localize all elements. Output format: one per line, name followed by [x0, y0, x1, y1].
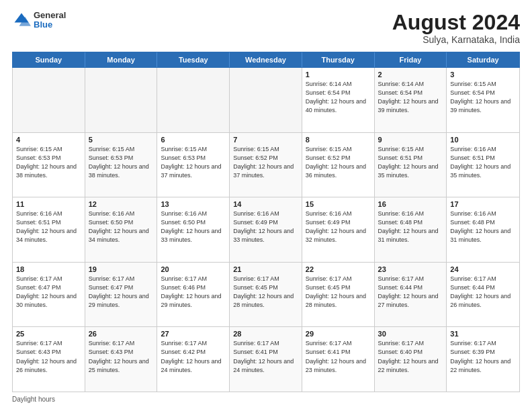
cal-cell-24: 24Sunrise: 6:17 AM Sunset: 6:44 PM Dayli…	[447, 263, 519, 327]
logo: General Blue	[12, 11, 66, 30]
cell-info: Sunrise: 6:16 AM Sunset: 6:48 PM Dayligh…	[378, 210, 443, 244]
cal-cell-14: 14Sunrise: 6:16 AM Sunset: 6:49 PM Dayli…	[230, 197, 302, 262]
cell-info: Sunrise: 6:16 AM Sunset: 6:51 PM Dayligh…	[16, 210, 81, 244]
cal-cell-17: 17Sunrise: 6:16 AM Sunset: 6:48 PM Dayli…	[447, 197, 519, 262]
day-number: 26	[89, 330, 154, 338]
cal-cell-6: 6Sunrise: 6:15 AM Sunset: 6:53 PM Daylig…	[157, 133, 230, 197]
cal-cell-empty-0-0	[13, 68, 85, 132]
cal-cell-28: 28Sunrise: 6:17 AM Sunset: 6:41 PM Dayli…	[230, 327, 302, 392]
cell-info: Sunrise: 6:17 AM Sunset: 6:45 PM Dayligh…	[233, 275, 298, 310]
cal-cell-empty-0-3	[230, 68, 302, 132]
cal-cell-29: 29Sunrise: 6:17 AM Sunset: 6:41 PM Dayli…	[302, 327, 375, 392]
cal-cell-20: 20Sunrise: 6:17 AM Sunset: 6:46 PM Dayli…	[157, 263, 230, 327]
calendar-body: 1Sunrise: 6:14 AM Sunset: 6:54 PM Daylig…	[12, 68, 520, 392]
cell-info: Sunrise: 6:15 AM Sunset: 6:53 PM Dayligh…	[161, 145, 226, 180]
calendar-header: SundayMondayTuesdayWednesdayThursdayFrid…	[12, 52, 520, 68]
cal-cell-26: 26Sunrise: 6:17 AM Sunset: 6:43 PM Dayli…	[85, 327, 158, 392]
logo-general: General	[34, 11, 66, 20]
cell-info: Sunrise: 6:17 AM Sunset: 6:47 PM Dayligh…	[16, 275, 81, 310]
footer-note: Daylight hours	[12, 396, 520, 403]
week-row-3: 11Sunrise: 6:16 AM Sunset: 6:51 PM Dayli…	[13, 197, 519, 263]
week-row-4: 18Sunrise: 6:17 AM Sunset: 6:47 PM Dayli…	[13, 263, 519, 328]
cell-info: Sunrise: 6:16 AM Sunset: 6:49 PM Dayligh…	[233, 210, 298, 244]
logo-blue: Blue	[34, 20, 66, 30]
cal-cell-empty-0-1	[85, 68, 158, 132]
day-number: 28	[233, 330, 298, 338]
cell-info: Sunrise: 6:17 AM Sunset: 6:45 PM Dayligh…	[306, 275, 371, 310]
cal-cell-empty-0-2	[157, 68, 230, 132]
header-cell-saturday: Saturday	[447, 52, 519, 67]
day-number: 25	[16, 330, 81, 338]
day-number: 17	[450, 200, 516, 208]
cell-info: Sunrise: 6:15 AM Sunset: 6:51 PM Dayligh…	[378, 145, 443, 180]
cal-cell-16: 16Sunrise: 6:16 AM Sunset: 6:48 PM Dayli…	[375, 197, 447, 262]
cal-cell-27: 27Sunrise: 6:17 AM Sunset: 6:42 PM Dayli…	[157, 327, 230, 392]
day-number: 14	[233, 200, 298, 208]
location: Sulya, Karnataka, India	[392, 34, 520, 45]
cal-cell-18: 18Sunrise: 6:17 AM Sunset: 6:47 PM Dayli…	[13, 263, 85, 327]
cell-info: Sunrise: 6:14 AM Sunset: 6:54 PM Dayligh…	[378, 80, 443, 115]
week-row-5: 25Sunrise: 6:17 AM Sunset: 6:43 PM Dayli…	[13, 327, 519, 392]
cal-cell-19: 19Sunrise: 6:17 AM Sunset: 6:47 PM Dayli…	[85, 263, 158, 327]
day-number: 16	[378, 200, 443, 208]
header-cell-sunday: Sunday	[13, 52, 85, 67]
cell-info: Sunrise: 6:15 AM Sunset: 6:52 PM Dayligh…	[306, 145, 371, 180]
cell-info: Sunrise: 6:17 AM Sunset: 6:42 PM Dayligh…	[161, 339, 226, 374]
cal-cell-31: 31Sunrise: 6:17 AM Sunset: 6:39 PM Dayli…	[447, 327, 519, 392]
cell-info: Sunrise: 6:17 AM Sunset: 6:39 PM Dayligh…	[450, 339, 516, 374]
cal-cell-30: 30Sunrise: 6:17 AM Sunset: 6:40 PM Dayli…	[375, 327, 447, 392]
cell-info: Sunrise: 6:15 AM Sunset: 6:53 PM Dayligh…	[16, 145, 81, 180]
cal-cell-25: 25Sunrise: 6:17 AM Sunset: 6:43 PM Dayli…	[13, 327, 85, 392]
cell-info: Sunrise: 6:17 AM Sunset: 6:46 PM Dayligh…	[161, 275, 226, 310]
day-number: 2	[378, 71, 443, 79]
cal-cell-23: 23Sunrise: 6:17 AM Sunset: 6:44 PM Dayli…	[375, 263, 447, 327]
cell-info: Sunrise: 6:17 AM Sunset: 6:43 PM Dayligh…	[16, 339, 81, 374]
day-number: 1	[306, 71, 371, 79]
cal-cell-12: 12Sunrise: 6:16 AM Sunset: 6:50 PM Dayli…	[85, 197, 158, 262]
day-number: 27	[161, 330, 226, 338]
day-number: 15	[306, 200, 371, 208]
page: General Blue August 2024 Sulya, Karnatak…	[0, 0, 532, 411]
day-number: 29	[306, 330, 371, 338]
day-number: 13	[161, 200, 226, 208]
day-number: 4	[16, 136, 81, 144]
cal-cell-4: 4Sunrise: 6:15 AM Sunset: 6:53 PM Daylig…	[13, 133, 85, 197]
cell-info: Sunrise: 6:17 AM Sunset: 6:43 PM Dayligh…	[89, 339, 154, 374]
cell-info: Sunrise: 6:17 AM Sunset: 6:40 PM Dayligh…	[378, 339, 443, 374]
logo-icon	[12, 11, 31, 30]
cell-info: Sunrise: 6:14 AM Sunset: 6:54 PM Dayligh…	[306, 80, 371, 115]
header-cell-monday: Monday	[85, 52, 158, 67]
cal-cell-3: 3Sunrise: 6:15 AM Sunset: 6:54 PM Daylig…	[447, 68, 519, 132]
month-title: August 2024	[392, 11, 520, 34]
cal-cell-13: 13Sunrise: 6:16 AM Sunset: 6:50 PM Dayli…	[157, 197, 230, 262]
cal-cell-22: 22Sunrise: 6:17 AM Sunset: 6:45 PM Dayli…	[302, 263, 375, 327]
day-number: 7	[233, 136, 298, 144]
cell-info: Sunrise: 6:17 AM Sunset: 6:41 PM Dayligh…	[233, 339, 298, 374]
day-number: 18	[16, 265, 81, 273]
title-block: August 2024 Sulya, Karnataka, India	[392, 11, 520, 45]
day-number: 22	[306, 265, 371, 273]
cal-cell-2: 2Sunrise: 6:14 AM Sunset: 6:54 PM Daylig…	[375, 68, 447, 132]
week-row-2: 4Sunrise: 6:15 AM Sunset: 6:53 PM Daylig…	[13, 133, 519, 198]
cell-info: Sunrise: 6:17 AM Sunset: 6:41 PM Dayligh…	[306, 339, 371, 374]
cal-cell-21: 21Sunrise: 6:17 AM Sunset: 6:45 PM Dayli…	[230, 263, 302, 327]
day-number: 23	[378, 265, 443, 273]
week-row-1: 1Sunrise: 6:14 AM Sunset: 6:54 PM Daylig…	[13, 68, 519, 133]
cell-info: Sunrise: 6:15 AM Sunset: 6:52 PM Dayligh…	[233, 145, 298, 180]
cal-cell-5: 5Sunrise: 6:15 AM Sunset: 6:53 PM Daylig…	[85, 133, 158, 197]
cell-info: Sunrise: 6:17 AM Sunset: 6:47 PM Dayligh…	[89, 275, 154, 310]
day-number: 21	[233, 265, 298, 273]
header-cell-thursday: Thursday	[302, 52, 375, 67]
cal-cell-7: 7Sunrise: 6:15 AM Sunset: 6:52 PM Daylig…	[230, 133, 302, 197]
day-number: 8	[306, 136, 371, 144]
cell-info: Sunrise: 6:16 AM Sunset: 6:49 PM Dayligh…	[306, 210, 371, 244]
day-number: 6	[161, 136, 226, 144]
day-number: 3	[450, 71, 516, 79]
calendar: SundayMondayTuesdayWednesdayThursdayFrid…	[12, 52, 520, 392]
cell-info: Sunrise: 6:15 AM Sunset: 6:53 PM Dayligh…	[89, 145, 154, 180]
header-cell-tuesday: Tuesday	[157, 52, 230, 67]
cell-info: Sunrise: 6:16 AM Sunset: 6:48 PM Dayligh…	[450, 210, 516, 244]
cell-info: Sunrise: 6:17 AM Sunset: 6:44 PM Dayligh…	[378, 275, 443, 310]
cal-cell-11: 11Sunrise: 6:16 AM Sunset: 6:51 PM Dayli…	[13, 197, 85, 262]
day-number: 10	[450, 136, 516, 144]
